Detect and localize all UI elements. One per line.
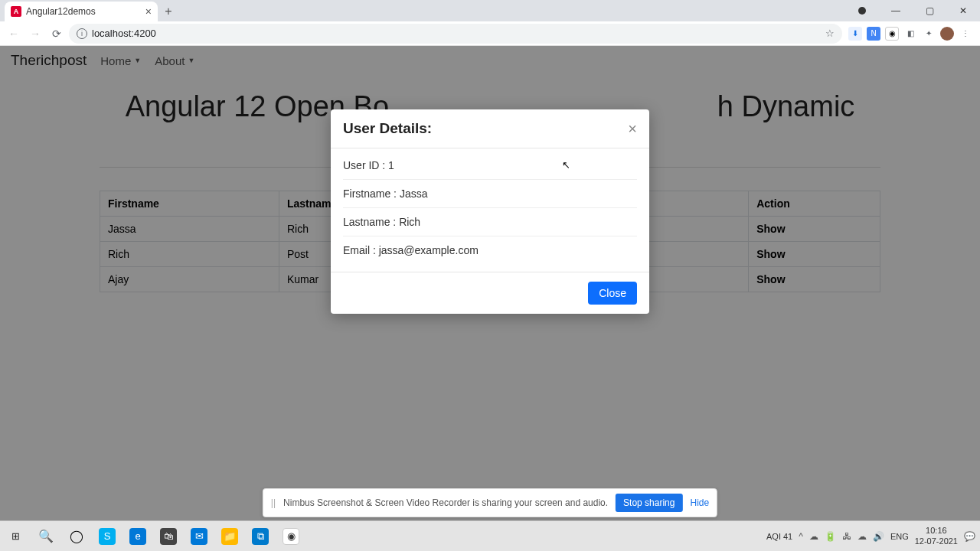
- modal-close-button[interactable]: Close: [588, 282, 637, 305]
- taskbar-edge[interactable]: e: [122, 521, 153, 552]
- taskbar-vscode[interactable]: ⧉: [245, 521, 276, 552]
- tray-aqi[interactable]: AQI 41: [766, 532, 792, 541]
- tray-overflow[interactable]: ^: [799, 531, 803, 542]
- record-indicator: [845, 0, 879, 21]
- tray-volume-icon[interactable]: 🔊: [873, 531, 884, 542]
- modal-close-icon[interactable]: ×: [628, 121, 637, 136]
- modal-title: User Details:: [343, 120, 432, 137]
- extension-icon[interactable]: ◉: [885, 27, 899, 41]
- tray-cloud-icon[interactable]: ☁: [858, 531, 867, 542]
- angular-favicon: A: [11, 6, 21, 17]
- extension-icon[interactable]: ◧: [903, 27, 917, 41]
- tray-notifications-icon[interactable]: 💬: [964, 531, 975, 542]
- browser-tab[interactable]: A Angular12demos ×: [5, 2, 158, 21]
- tray-battery-icon[interactable]: 🔋: [825, 531, 836, 542]
- browser-titlebar: A Angular12demos × + — ▢ ✕: [0, 0, 980, 21]
- back-button[interactable]: ←: [5, 24, 23, 43]
- field-user-id: User ID : 1: [343, 152, 637, 180]
- browser-toolbar: ← → ⟳ i localhost:4200 ☆ ⬇ N ◉ ◧ ✦ ⋮: [0, 21, 980, 46]
- profile-avatar[interactable]: [940, 27, 954, 41]
- extensions-menu-icon[interactable]: ✦: [922, 27, 936, 41]
- maximize-button[interactable]: ▢: [913, 0, 946, 21]
- windows-taskbar: ⊞ 🔍 ◯ S e 🛍 ✉ 📁 ⧉ ◉ AQI 41 ^ ☁ 🔋 🖧 ☁ 🔊 E…: [0, 520, 980, 551]
- close-tab-icon[interactable]: ×: [145, 5, 152, 18]
- taskbar-skype[interactable]: S: [92, 521, 122, 552]
- tray-onedrive-icon[interactable]: ☁: [809, 531, 818, 542]
- hide-share-bar[interactable]: Hide: [690, 497, 709, 508]
- minimize-button[interactable]: —: [879, 0, 913, 21]
- tab-title: Angular12demos: [26, 6, 141, 17]
- field-firstname: Firstname : Jassa: [343, 180, 637, 208]
- extension-icons: ⬇ N ◉ ◧ ✦ ⋮: [845, 27, 975, 41]
- extension-icon[interactable]: ⬇: [848, 27, 862, 41]
- taskbar-mail[interactable]: ✉: [184, 521, 214, 552]
- close-window-button[interactable]: ✕: [946, 0, 980, 21]
- tray-language[interactable]: ENG: [890, 532, 909, 541]
- taskbar-chrome[interactable]: ◉: [276, 521, 306, 552]
- share-bar-text: Nimbus Screenshot & Screen Video Recorde…: [283, 497, 608, 508]
- taskbar-explorer[interactable]: 📁: [214, 521, 245, 552]
- site-info-icon[interactable]: i: [77, 28, 87, 39]
- forward-button[interactable]: →: [26, 24, 44, 43]
- share-bar-handle[interactable]: ||: [271, 497, 276, 508]
- start-button[interactable]: ⊞: [0, 521, 31, 552]
- user-details-modal: User Details: × User ID : 1 Firstname : …: [331, 109, 649, 314]
- stop-sharing-button[interactable]: Stop sharing: [616, 494, 682, 512]
- reload-button[interactable]: ⟳: [47, 24, 66, 43]
- url-text: localhost:4200: [92, 28, 156, 39]
- field-email: Email : jassa@example.com: [343, 236, 637, 264]
- bookmark-icon[interactable]: ☆: [825, 28, 835, 39]
- field-lastname: Lastname : Rich: [343, 208, 637, 236]
- screen-share-bar: || Nimbus Screenshot & Screen Video Reco…: [263, 488, 717, 517]
- cortana-button[interactable]: ◯: [61, 521, 92, 552]
- page-viewport: Therichpost Home▼ About▼ Angular 12 Open…: [0, 46, 980, 520]
- address-bar[interactable]: i localhost:4200 ☆: [69, 24, 842, 44]
- tray-clock[interactable]: 10:16 12-07-2021: [915, 526, 958, 546]
- new-tab-button[interactable]: +: [158, 2, 179, 21]
- chrome-menu-icon[interactable]: ⋮: [959, 27, 972, 41]
- tray-network-icon[interactable]: 🖧: [842, 531, 851, 542]
- search-button[interactable]: 🔍: [31, 521, 61, 552]
- taskbar-store[interactable]: 🛍: [153, 521, 184, 552]
- extension-icon[interactable]: N: [867, 27, 880, 41]
